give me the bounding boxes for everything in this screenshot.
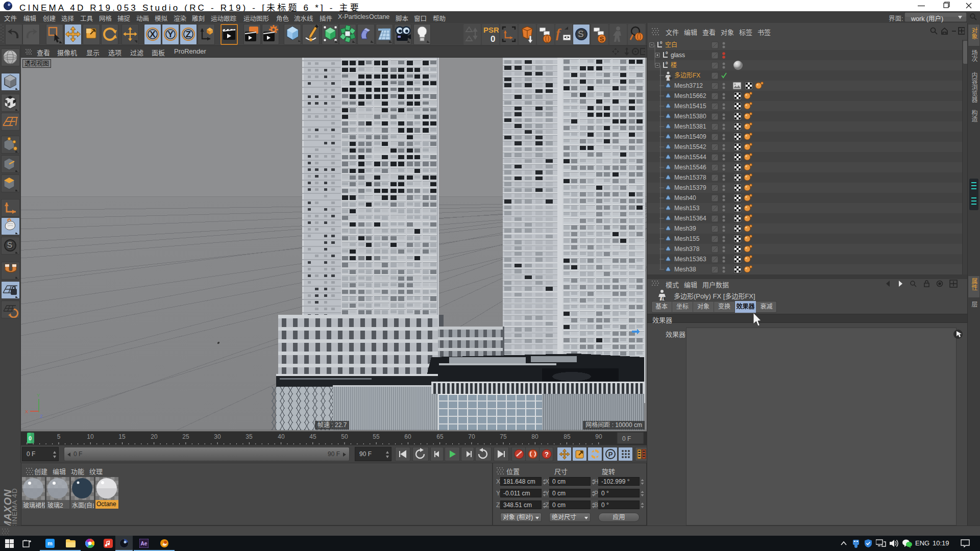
svg-text:Mesh15544: Mesh15544 [674,154,706,161]
svg-text:0: 0 [660,40,663,45]
svg-text:fx: fx [662,296,666,300]
svg-text:X: X [150,30,156,39]
svg-text:25: 25 [182,433,189,440]
svg-text:Mesh15378: Mesh15378 [674,174,706,181]
svg-text:40: 40 [278,433,285,440]
svg-text:60: 60 [404,433,411,440]
svg-text:fx: fx [669,76,673,80]
svg-text:0: 0 [666,61,668,65]
svg-text:70: 70 [468,433,475,440]
svg-text:15: 15 [118,433,126,440]
svg-text:Mesh155: Mesh155 [674,235,700,242]
svg-text:Mesh153: Mesh153 [674,205,700,212]
svg-text:Mesh15546: Mesh15546 [674,164,706,171]
svg-text:55: 55 [373,433,380,440]
svg-text:85: 85 [564,433,571,440]
svg-text:5: 5 [57,433,61,440]
svg-text:Mesh15415: Mesh15415 [674,103,706,110]
svg-text:glass: glass [671,52,685,59]
svg-text:P: P [608,450,613,458]
svg-text:Y: Y [37,392,40,398]
svg-text:50: 50 [341,433,348,440]
svg-text:Mesh39: Mesh39 [674,225,696,232]
svg-text:10: 10 [87,433,94,440]
svg-text:Mesh15542: Mesh15542 [674,143,706,151]
svg-text:Z: Z [40,413,43,419]
svg-text:Mesh15364: Mesh15364 [674,215,706,222]
svg-text:Mesh15381: Mesh15381 [674,123,706,130]
svg-text:?: ? [545,450,549,458]
svg-text:Mesh15409: Mesh15409 [674,133,706,140]
svg-text:f: f [556,26,561,41]
svg-text:Mesh3712: Mesh3712 [674,82,703,89]
svg-text:Mesh378: Mesh378 [674,245,700,253]
svg-text:65: 65 [436,433,444,440]
svg-text:75: 75 [500,433,507,440]
svg-text:空白: 空白 [665,41,677,48]
svg-text:Mesh40: Mesh40 [674,194,696,202]
svg-text:S: S [600,35,604,43]
svg-text:30: 30 [214,433,221,440]
svg-text:35: 35 [246,433,253,440]
svg-text:Ae: Ae [141,541,148,546]
svg-text:PSR: PSR [483,26,499,34]
svg-text:80: 80 [531,433,538,440]
svg-text:0 F: 0 F [622,435,631,442]
svg-text:Y: Y [167,30,174,39]
svg-text:Z: Z [186,30,191,39]
svg-text:0: 0 [29,435,32,441]
svg-text:90: 90 [595,433,602,440]
svg-text:Mesh15363: Mesh15363 [674,256,706,263]
svg-text:多边形FX: 多边形FX [674,72,700,79]
svg-text:Mesh15380: Mesh15380 [674,113,706,120]
svg-text:0: 0 [491,34,495,44]
svg-text:X: X [25,409,29,414]
svg-text:S: S [578,29,584,39]
svg-text:m: m [47,540,53,546]
svg-text:0: 0 [666,51,668,55]
svg-text:Mesh15379: Mesh15379 [674,184,706,191]
svg-text:楼: 楼 [671,61,677,69]
svg-text:Mesh15662: Mesh15662 [674,92,706,99]
svg-text:45: 45 [309,433,316,440]
svg-text:20: 20 [151,433,158,440]
svg-text:Mesh38: Mesh38 [674,266,696,273]
svg-text:S: S [7,241,13,249]
